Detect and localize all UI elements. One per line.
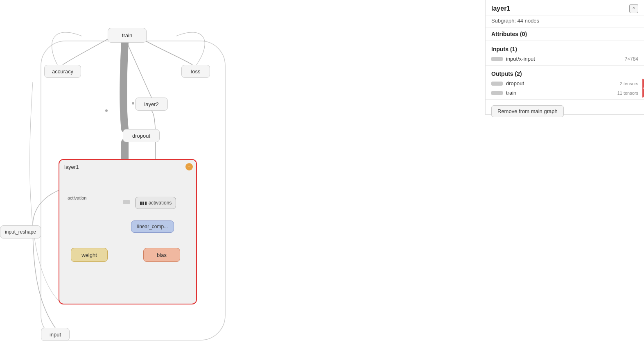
linear-comp-node[interactable]: linear_comp... — [131, 220, 174, 233]
panel-header: layer1 ^ — [486, 0, 644, 16]
train-node[interactable]: train — [108, 28, 147, 43]
right-panel: layer1 ^ Subgraph: 44 nodes Attributes (… — [485, 0, 644, 115]
weight-node[interactable]: weight — [71, 248, 108, 262]
output-dropout-indicator — [642, 79, 644, 88]
svg-point-3 — [132, 102, 134, 104]
dropout-node[interactable]: dropout — [123, 129, 160, 142]
input-row: input/x-input ?×784 — [486, 54, 644, 64]
output-dropout-pill — [491, 82, 503, 86]
loss-node[interactable]: loss — [181, 65, 210, 78]
panel-title: layer1 — [491, 5, 510, 12]
panel-subgraph-info: Subgraph: 44 nodes — [486, 16, 644, 27]
layer1-subgraph: layer1 − activation ▮▮▮ activations line… — [59, 159, 197, 304]
layer2-node[interactable]: layer2 — [135, 98, 168, 111]
activation-label: activation — [68, 195, 86, 200]
remove-from-graph-button[interactable]: Remove from main graph — [491, 105, 564, 117]
panel-divider-2 — [486, 65, 644, 66]
output-train-pill — [491, 91, 503, 95]
panel-divider-1 — [486, 41, 644, 41]
outputs-section-title: Outputs (2) — [486, 67, 644, 79]
input-node[interactable]: input — [41, 328, 70, 341]
output-train-row: train 11 tensors — [486, 88, 644, 98]
svg-point-1 — [105, 109, 108, 112]
layer1-label: layer1 — [64, 164, 79, 170]
output-train-indicator — [642, 88, 644, 98]
bias-node[interactable]: bias — [143, 248, 180, 262]
panel-divider-3 — [486, 99, 644, 100]
attributes-section-title: Attributes (0) — [486, 27, 644, 39]
input-reshape-node[interactable]: input_reshape — [0, 225, 41, 238]
input-name: input/x-input — [506, 56, 535, 62]
input-tensor-pill — [491, 57, 503, 61]
accuracy-node[interactable]: accuracy — [44, 65, 81, 78]
output-dropout-count: 2 tensors — [620, 81, 638, 86]
output-train-name: train — [506, 90, 516, 96]
activation-port — [123, 200, 130, 204]
activations-node[interactable]: ▮▮▮ activations — [135, 197, 176, 209]
input-shape: ?×784 — [624, 56, 638, 62]
panel-collapse-button[interactable]: ^ — [629, 4, 638, 13]
graph-area: train accuracy loss layer2 dropout input… — [0, 0, 485, 352]
output-dropout-row: dropout 2 tensors — [486, 79, 644, 88]
output-dropout-name: dropout — [506, 80, 524, 86]
layer1-collapse-button[interactable]: − — [185, 163, 193, 170]
inputs-section-title: Inputs (1) — [486, 43, 644, 54]
output-train-count: 11 tensors — [617, 91, 638, 95]
